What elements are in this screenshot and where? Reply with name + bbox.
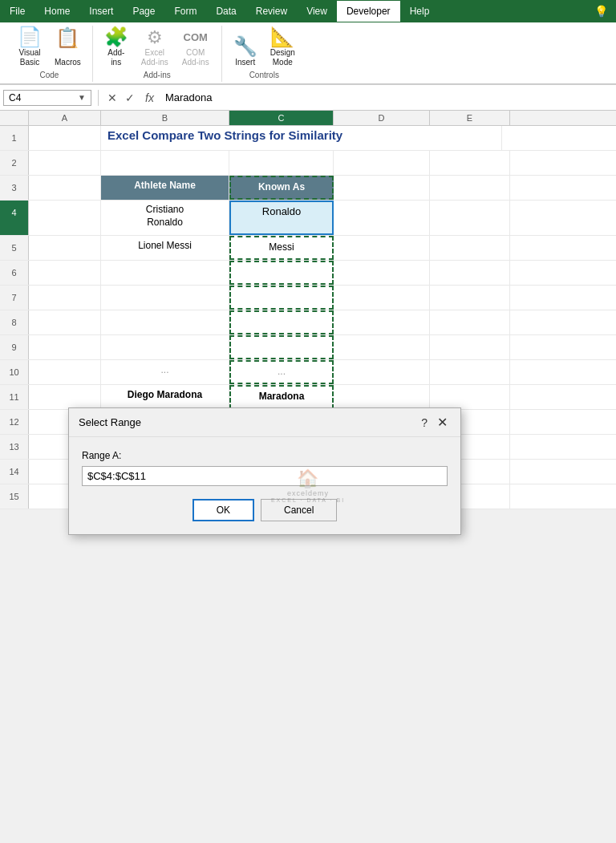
macros-button[interactable]: 📋 ⚠ Macros — [50, 26, 86, 69]
cell-e5[interactable] — [430, 236, 510, 260]
col-header-d[interactable]: D — [334, 111, 430, 125]
cell-a4[interactable] — [29, 201, 101, 235]
col-header-e[interactable]: E — [430, 111, 510, 125]
tab-page[interactable]: Page — [123, 1, 164, 22]
tab-data[interactable]: Data — [206, 1, 245, 22]
confirm-formula-button[interactable]: ✓ — [123, 91, 137, 104]
table-row: 6 — [0, 261, 616, 286]
cell-b8[interactable] — [101, 310, 229, 334]
cell-e8[interactable] — [430, 310, 510, 334]
cell-a9[interactable] — [29, 335, 101, 359]
cell-d7[interactable] — [334, 286, 430, 310]
formula-controls: ✕ ✓ fx — [102, 91, 162, 104]
cell-a3[interactable] — [29, 176, 101, 200]
table-row: 9 — [0, 335, 616, 360]
row-header-8: 8 — [0, 310, 29, 334]
cell-b11[interactable]: Diego Maradona — [101, 385, 229, 409]
cell-a7[interactable] — [29, 286, 101, 310]
cell-e2[interactable] — [430, 151, 510, 175]
cell-b3[interactable]: Athlete Name — [101, 176, 229, 200]
fx-label: fx — [140, 91, 159, 104]
cell-c8[interactable] — [229, 310, 334, 334]
cell-a10[interactable] — [29, 360, 101, 384]
cell-b4[interactable]: CristianoRonaldo — [101, 201, 229, 235]
cell-e9[interactable] — [430, 335, 510, 359]
cell-a6[interactable] — [29, 261, 101, 285]
col-header-c[interactable]: C — [229, 111, 334, 125]
name-box-value: C4 — [9, 92, 21, 103]
col-header-a[interactable]: A — [29, 111, 101, 125]
tab-file[interactable]: File — [0, 1, 34, 22]
design-mode-button[interactable]: 📐 DesignMode — [265, 26, 300, 69]
cell-e6[interactable] — [430, 261, 510, 285]
formula-input[interactable] — [162, 90, 616, 105]
excel-addins-label: ExcelAdd-ins — [141, 48, 168, 67]
cell-b2[interactable] — [101, 151, 229, 175]
tab-home[interactable]: Home — [34, 1, 79, 22]
cell-d2[interactable] — [334, 151, 430, 175]
cell-c3[interactable]: Known As — [229, 176, 334, 200]
cell-e3[interactable] — [430, 176, 510, 200]
cell-d11[interactable] — [334, 385, 430, 409]
tab-insert[interactable]: Insert — [79, 1, 123, 22]
range-input[interactable] — [82, 466, 448, 486]
cell-d6[interactable] — [334, 261, 430, 285]
row-header-13: 13 — [0, 435, 29, 459]
cell-a11[interactable] — [29, 385, 101, 409]
name-box-dropdown-icon[interactable]: ▼ — [78, 93, 86, 102]
name-box[interactable]: C4 ▼ — [3, 90, 91, 106]
add-ins-button[interactable]: 🧩 Add-ins — [99, 26, 133, 69]
tab-view[interactable]: View — [297, 1, 337, 22]
cell-c4[interactable]: Ronaldo — [229, 201, 334, 235]
com-addins-button[interactable]: COM COMAdd-ins — [176, 26, 215, 69]
cell-d4[interactable] — [334, 201, 430, 235]
excel-addins-button[interactable]: ⚙ ExcelAdd-ins — [136, 27, 173, 69]
add-ins-label: Add-ins — [107, 48, 124, 67]
tab-developer[interactable]: Developer — [337, 1, 400, 22]
dialog-help-button[interactable]: ? — [421, 416, 428, 429]
visual-basic-icon: 📄 — [18, 27, 42, 47]
ribbon-group-controls: 🔧 Insert 📐 DesignMode Controls — [222, 26, 306, 82]
cell-d10[interactable] — [334, 360, 430, 384]
cell-e11[interactable] — [430, 385, 510, 409]
cell-a5[interactable] — [29, 236, 101, 260]
cell-d5[interactable] — [334, 236, 430, 260]
cell-c9[interactable] — [229, 335, 334, 359]
cell-e4[interactable] — [430, 201, 510, 235]
col-header-b[interactable]: B — [101, 111, 229, 125]
cell-a8[interactable] — [29, 310, 101, 334]
tab-review[interactable]: Review — [246, 1, 297, 22]
tab-help[interactable]: Help — [400, 1, 440, 22]
cell-d8[interactable] — [334, 310, 430, 334]
design-mode-icon: 📐 — [270, 27, 294, 47]
cell-c10[interactable]: ... — [229, 360, 334, 384]
macros-label: Macros — [55, 58, 81, 67]
cell-e10[interactable] — [430, 360, 510, 384]
table-row: 10 ... ... — [0, 360, 616, 385]
cell-b7[interactable] — [101, 286, 229, 310]
tab-form[interactable]: Form — [164, 1, 206, 22]
cell-d9[interactable] — [334, 335, 430, 359]
cell-b5[interactable]: Lionel Messi — [101, 236, 229, 260]
cell-e7[interactable] — [430, 286, 510, 310]
visual-basic-button[interactable]: 📄 VisualBasic — [13, 26, 47, 69]
cell-a2[interactable] — [29, 151, 101, 175]
cell-b1[interactable]: Excel Compare Two Strings for Similarity — [101, 126, 502, 150]
cell-b6[interactable] — [101, 261, 229, 285]
dialog-body: Range A: OK Cancel — [69, 437, 460, 534]
cell-b9[interactable] — [101, 335, 229, 359]
cell-c11[interactable]: Maradona — [229, 385, 334, 409]
cell-c7[interactable] — [229, 286, 334, 310]
light-icon[interactable]: 💡 — [586, 0, 616, 22]
cell-b10[interactable]: ... — [101, 360, 229, 384]
insert-button[interactable]: 🔧 Insert — [229, 35, 262, 69]
cell-a1[interactable] — [29, 126, 101, 150]
cell-c2[interactable] — [229, 151, 334, 175]
ribbon-group-code: 📄 VisualBasic 📋 ⚠ Macros Code — [6, 26, 93, 82]
cancel-formula-button[interactable]: ✕ — [105, 91, 120, 104]
ok-button[interactable]: OK — [192, 499, 254, 521]
cell-c6[interactable] — [229, 261, 334, 285]
cell-d3[interactable] — [334, 176, 430, 200]
cell-c5[interactable]: Messi — [229, 236, 334, 260]
dialog-close-button[interactable]: ✕ — [434, 415, 451, 430]
